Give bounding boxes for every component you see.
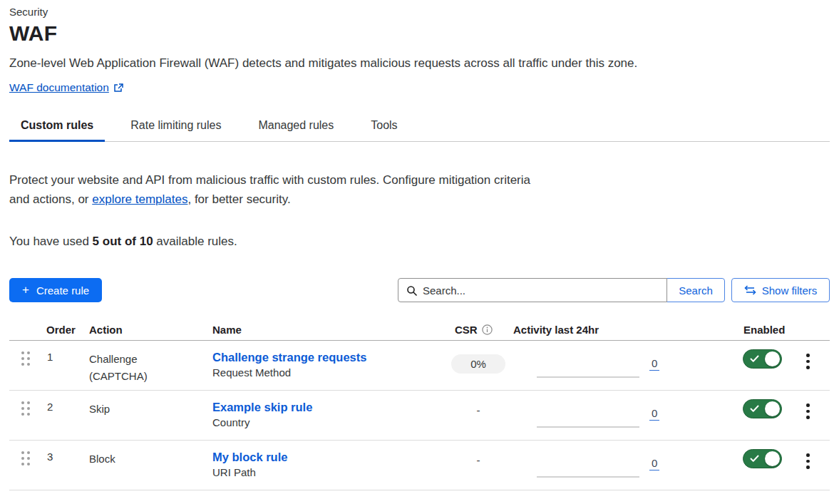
rule-field: Country xyxy=(212,416,448,428)
create-rule-button[interactable]: + Create rule xyxy=(9,278,102,302)
show-filters-button[interactable]: Show filters xyxy=(731,278,830,302)
page-title: WAF xyxy=(9,21,830,46)
table-row: 3 Block My block rule URI Path - 0 xyxy=(9,441,830,490)
rule-name-link[interactable]: My block rule xyxy=(212,451,287,464)
page-description: Zone-level Web Application Firewall (WAF… xyxy=(9,56,830,71)
csr-value: - xyxy=(451,454,505,466)
rule-name-link[interactable]: Example skip rule xyxy=(212,401,312,414)
rule-action-line2: (CAPTCHA) xyxy=(89,368,205,385)
header-enabled: Enabled xyxy=(711,324,791,336)
intro-text-after: , for better security. xyxy=(187,192,290,206)
activity-count-link[interactable]: 0 xyxy=(649,457,659,470)
kebab-menu-button[interactable] xyxy=(804,351,812,371)
kebab-cell xyxy=(791,341,830,390)
activity-cell: 0 xyxy=(508,341,711,390)
checkmark-icon xyxy=(750,405,759,413)
drag-handle-icon[interactable] xyxy=(21,451,30,466)
usage-count: 5 out of 10 xyxy=(93,235,153,248)
search-box xyxy=(398,278,667,302)
search-input[interactable] xyxy=(398,279,666,302)
rule-field: URI Path xyxy=(212,466,448,478)
rule-action-line1: Block xyxy=(89,451,205,468)
enabled-cell xyxy=(711,441,791,490)
waf-page: Security WAF Zone-level Web Application … xyxy=(0,6,839,490)
search-group: Search Show filters xyxy=(398,278,830,302)
kebab-menu-button[interactable] xyxy=(804,401,812,421)
plus-icon: + xyxy=(22,283,29,297)
rule-name-link[interactable]: Challenge strange requests xyxy=(212,351,366,364)
activity-sparkline xyxy=(537,476,639,478)
tab-custom-rules[interactable]: Custom rules xyxy=(9,112,105,142)
info-icon[interactable] xyxy=(482,324,493,335)
rule-action: Block xyxy=(83,441,205,490)
kebab-cell xyxy=(791,391,830,440)
show-filters-label: Show filters xyxy=(762,284,818,297)
enabled-toggle[interactable] xyxy=(743,349,782,369)
toggle-knob xyxy=(765,451,780,466)
table-row: 2 Skip Example skip rule Country - 0 xyxy=(9,391,830,441)
search-button[interactable]: Search xyxy=(666,278,725,302)
tab-tools[interactable]: Tools xyxy=(359,112,408,142)
activity-count-link[interactable]: 0 xyxy=(649,357,659,371)
table-body: 1 Challenge (CAPTCHA) Challenge strange … xyxy=(9,341,830,490)
rule-action: Skip xyxy=(83,391,205,440)
rule-name-cell: Example skip rule Country xyxy=(205,391,448,440)
usage-after: available rules. xyxy=(153,235,237,248)
drag-handle-icon[interactable] xyxy=(21,351,30,366)
waf-documentation-link[interactable]: WAF documentation xyxy=(9,81,109,94)
csr-value: 0% xyxy=(451,354,505,374)
explore-templates-link[interactable]: explore templates xyxy=(92,192,187,206)
activity-cell: 0 xyxy=(508,391,711,440)
table-header: Order Action Name CSR Activity last 24hr… xyxy=(9,319,830,341)
rule-order: 3 xyxy=(40,441,83,490)
rule-order: 1 xyxy=(40,341,83,390)
rule-order: 2 xyxy=(40,391,83,440)
rule-name-cell: My block rule URI Path xyxy=(205,441,448,490)
create-rule-label: Create rule xyxy=(36,284,89,297)
tab-rate-limiting-rules[interactable]: Rate limiting rules xyxy=(119,112,232,142)
tab-managed-rules[interactable]: Managed rules xyxy=(247,112,345,142)
intro-text: Protect your website and API from malici… xyxy=(9,170,540,209)
activity-cell: 0 xyxy=(508,441,711,490)
enabled-cell xyxy=(711,341,791,390)
header-csr-label: CSR xyxy=(455,324,478,336)
header-activity: Activity last 24hr xyxy=(508,324,711,336)
csr-cell: - xyxy=(448,441,508,490)
search-icon xyxy=(406,285,418,297)
csr-value: - xyxy=(451,404,505,416)
toolbar: + Create rule Search Show filters xyxy=(9,278,830,302)
checkmark-icon xyxy=(750,355,759,363)
enabled-toggle[interactable] xyxy=(743,449,782,468)
enabled-toggle[interactable] xyxy=(743,399,782,418)
activity-sparkline xyxy=(537,376,639,378)
header-name: Name xyxy=(205,324,448,336)
tab-bar: Custom rules Rate limiting rules Managed… xyxy=(9,112,830,142)
rule-action-line1: Challenge xyxy=(89,351,205,368)
activity-count-link[interactable]: 0 xyxy=(649,407,659,421)
checkmark-icon xyxy=(750,455,759,463)
usage-summary: You have used 5 out of 10 available rule… xyxy=(9,235,830,249)
header-action: Action xyxy=(83,324,205,336)
rules-table: Order Action Name CSR Activity last 24hr… xyxy=(9,319,830,490)
activity-sparkline xyxy=(537,426,639,428)
kebab-menu-button[interactable] xyxy=(804,451,812,471)
external-link-icon xyxy=(113,83,123,93)
rule-action: Challenge (CAPTCHA) xyxy=(83,341,205,390)
header-csr: CSR xyxy=(448,324,508,336)
rule-field: Request Method xyxy=(212,366,448,379)
toggle-knob xyxy=(765,351,780,366)
rule-action-line1: Skip xyxy=(89,401,205,418)
table-row: 1 Challenge (CAPTCHA) Challenge strange … xyxy=(9,341,830,391)
csr-cell: 0% xyxy=(448,341,508,390)
rule-name-cell: Challenge strange requests Request Metho… xyxy=(205,341,448,390)
swap-arrows-icon xyxy=(744,285,756,295)
kebab-cell xyxy=(791,441,830,490)
toggle-knob xyxy=(765,401,780,416)
header-order: Order xyxy=(40,324,83,336)
enabled-cell xyxy=(711,391,791,440)
usage-before: You have used xyxy=(9,235,93,248)
breadcrumb: Security xyxy=(9,6,830,18)
drag-handle-icon[interactable] xyxy=(21,401,30,416)
csr-cell: - xyxy=(448,391,508,440)
